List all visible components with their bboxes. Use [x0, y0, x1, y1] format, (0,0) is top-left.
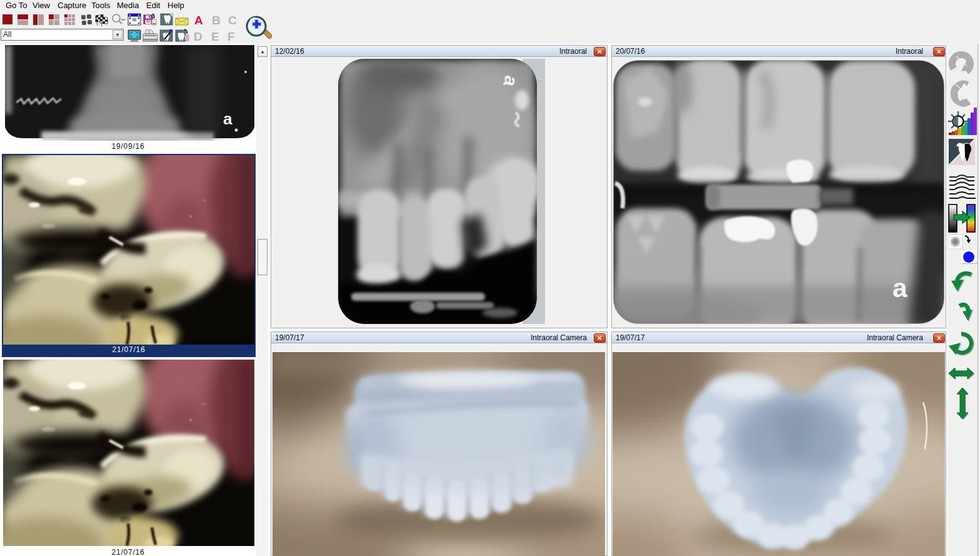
svg-text:a: a	[223, 109, 232, 128]
svg-text:C: C	[228, 14, 237, 27]
svg-text:D: D	[194, 30, 202, 43]
svg-text:F: F	[228, 30, 235, 43]
svg-text:B: B	[212, 14, 221, 27]
svg-text:A: A	[194, 14, 203, 27]
svg-text:a: a	[892, 273, 908, 303]
svg-text:E: E	[211, 30, 219, 43]
